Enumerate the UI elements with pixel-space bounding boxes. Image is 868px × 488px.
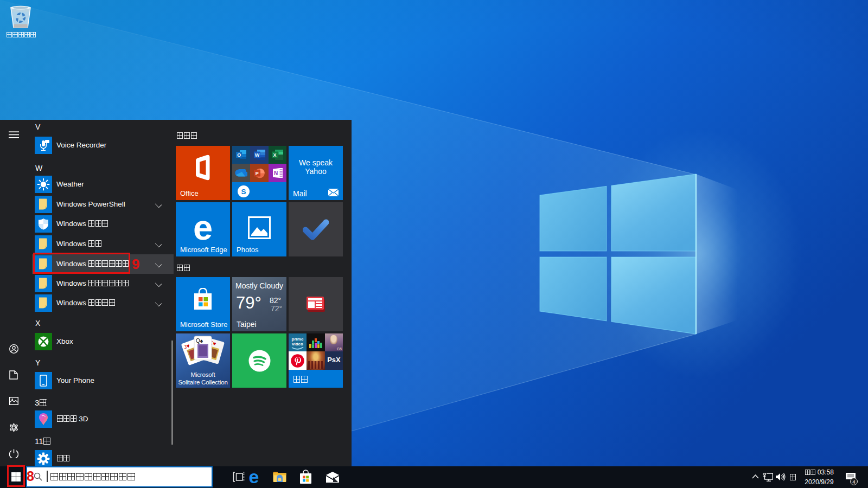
svg-text:W: W [255,152,260,158]
svg-text:Q♠: Q♠ [196,338,203,344]
svg-text:S: S [241,188,246,196]
svg-text:O: O [237,152,241,158]
svg-text:P: P [256,171,259,176]
svg-text:X: X [273,152,277,158]
svg-text:N: N [274,170,278,176]
